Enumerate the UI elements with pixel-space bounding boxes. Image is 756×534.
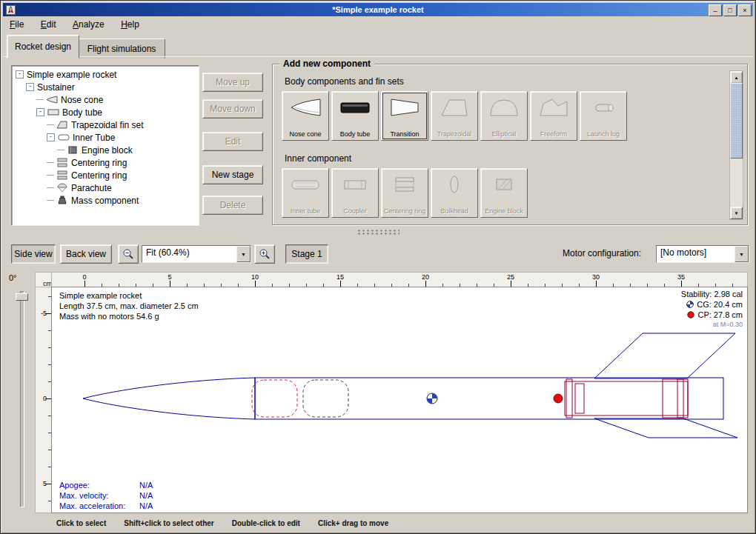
close-icon: × <box>743 7 746 14</box>
rocket-outline-group <box>83 333 737 438</box>
scrollbar-thumb[interactable] <box>730 83 743 158</box>
side-view-button[interactable]: Side view <box>11 244 56 264</box>
centering-ring-icon <box>388 173 421 196</box>
new-stage-button[interactable]: New stage <box>202 165 263 184</box>
inner-tube-shape[interactable] <box>565 381 688 415</box>
cg-icon <box>686 301 694 308</box>
zoom-in-button[interactable] <box>254 244 275 264</box>
scroll-down-button[interactable]: ▼ <box>730 207 743 219</box>
rocket-diagram[interactable] <box>52 287 747 513</box>
add-nose-cone-button[interactable]: Nose cone <box>282 91 329 141</box>
zoom-out-icon <box>122 248 134 260</box>
inner-tube-assembly[interactable] <box>565 379 688 418</box>
engine-block-icon <box>67 145 79 155</box>
cg-legend: CG: 20.4 cm <box>686 300 743 309</box>
max-velocity-label: Max. velocity: <box>59 491 109 500</box>
parachute-icon <box>56 183 68 193</box>
fin-icon <box>56 120 68 130</box>
vertical-ruler: -5 0 5 <box>35 287 53 513</box>
tree-item-parachute[interactable]: Parachute <box>12 181 199 194</box>
zoom-in-icon <box>259 248 271 260</box>
tree-item-fin-set[interactable]: Trapezoidal fin set <box>12 119 199 131</box>
add-freeform-fin-button: Freeform <box>530 91 577 141</box>
collapse-icon[interactable]: - <box>36 108 44 116</box>
menu-file[interactable]: File <box>3 16 30 32</box>
tree-item-centering-ring-2[interactable]: Centering ring <box>12 169 199 181</box>
move-up-button: Move up <box>202 73 263 92</box>
bulkhead-icon <box>438 173 471 196</box>
menu-help[interactable]: Help <box>114 16 146 32</box>
motor-configuration-value: [No motors] <box>657 246 735 262</box>
aft-ring-shape[interactable] <box>663 379 688 418</box>
minimize-button[interactable]: _ <box>709 4 722 16</box>
zoom-level-select[interactable]: Fit (60.4%) ▼ <box>142 245 251 263</box>
component-panel-scrollbar[interactable]: ▲ ▼ <box>729 70 743 220</box>
tree-item-sustainer[interactable]: - Sustainer <box>12 81 199 93</box>
body-tube-icon <box>339 96 371 119</box>
hint-shift-click: Shift+click to select other <box>124 519 213 527</box>
stability-text: Stability: 2.98 cal <box>681 290 743 298</box>
tree-item-inner-tube[interactable]: - Inner Tube <box>12 131 199 144</box>
body-tube-shape[interactable] <box>255 378 723 419</box>
scroll-up-button[interactable]: ▲ <box>730 71 743 84</box>
close-button[interactable]: × <box>738 4 752 16</box>
window-title: *Simple example rocket <box>3 5 753 14</box>
menu-analyze[interactable]: Analyze <box>66 16 111 32</box>
status-bar: Click to select Shift+click to select ot… <box>3 514 753 532</box>
tree-item-centering-ring-1[interactable]: Centering ring <box>12 156 199 169</box>
maximize-button[interactable]: □ <box>723 4 737 16</box>
apogee-label: Apogee: <box>59 481 90 490</box>
collapse-icon[interactable]: - <box>26 83 34 91</box>
menu-edit[interactable]: Edit <box>34 16 63 32</box>
maximize-icon: □ <box>728 7 732 14</box>
centering-ring-shape[interactable] <box>566 379 572 418</box>
tree-item-engine-block[interactable]: Engine block <box>12 144 199 156</box>
back-view-button[interactable]: Back view <box>60 244 112 264</box>
parachute-shape[interactable] <box>252 380 297 417</box>
motor-configuration-label: Motor configuration: <box>563 248 641 258</box>
zoom-out-button[interactable] <box>118 244 139 264</box>
motor-configuration-select[interactable]: [No motors] ▼ <box>656 245 749 263</box>
nose-cone-shape[interactable] <box>83 378 255 419</box>
inner-tube-icon <box>58 133 70 142</box>
add-body-tube-button[interactable]: Body tube <box>331 91 379 141</box>
title-bar[interactable]: *Simple example rocket _ □ × <box>3 3 753 16</box>
tree-item-mass-component[interactable]: Mass component <box>12 194 199 207</box>
horizontal-ruler: 0 5 10 15 20 25 30 35 <box>51 272 748 288</box>
arrow-up-icon: ▲ <box>735 76 739 80</box>
stage-1-toggle[interactable]: Stage 1 <box>285 244 328 264</box>
hint-click-drag: Click+ drag to move <box>318 519 388 527</box>
rocket-canvas[interactable]: Simple example rocket Length 37.5 cm, ma… <box>51 287 748 513</box>
cp-icon <box>687 311 694 318</box>
chevron-down-icon: ▼ <box>735 246 749 262</box>
tree-item-nose-cone[interactable]: Nose cone <box>12 93 199 106</box>
rotation-slider-track[interactable] <box>20 291 24 507</box>
splitter-handle[interactable] <box>358 230 399 236</box>
rotation-slider-thumb[interactable] <box>16 293 28 301</box>
mass-component-shape[interactable] <box>303 380 348 417</box>
minimize-icon: _ <box>713 5 717 12</box>
nose-cone-icon <box>46 95 58 104</box>
window-controls: _ □ × <box>709 4 752 16</box>
fin-bottom-shape[interactable] <box>594 418 737 438</box>
tree-item-body-tube[interactable]: - Body tube <box>12 106 199 119</box>
add-transition-button[interactable]: Transition <box>381 91 428 141</box>
collapse-icon[interactable]: - <box>16 70 24 79</box>
tab-flight-simulations[interactable]: Flight simulations <box>78 39 165 59</box>
engine-block-shape[interactable] <box>575 384 584 413</box>
centering-ring-icon <box>56 158 68 167</box>
body-section-label: Body components and fin sets <box>285 76 404 87</box>
rotation-angle-label: 0° <box>9 273 17 282</box>
rocket-mass-text: Mass with no motors 54.6 g <box>59 312 159 321</box>
openrocket-window: *Simple example rocket _ □ × File Edit A… <box>0 0 756 534</box>
fin-top-shape[interactable] <box>594 333 735 378</box>
tree-item-rocket[interactable]: - Simple example rocket <box>12 68 199 81</box>
cg-marker <box>427 393 437 404</box>
elliptical-fin-icon <box>488 96 520 119</box>
add-launch-lug-button: Launch lug <box>580 91 627 141</box>
collapse-icon[interactable]: - <box>47 133 55 141</box>
rocket-dimensions-text: Length 37.5 cm, max. diameter 2.5 cm <box>59 301 199 310</box>
tab-rocket-design[interactable]: Rocket design <box>7 35 79 59</box>
menu-bar: File Edit Analyze Help <box>3 16 753 33</box>
arrow-down-icon: ▼ <box>735 211 739 216</box>
